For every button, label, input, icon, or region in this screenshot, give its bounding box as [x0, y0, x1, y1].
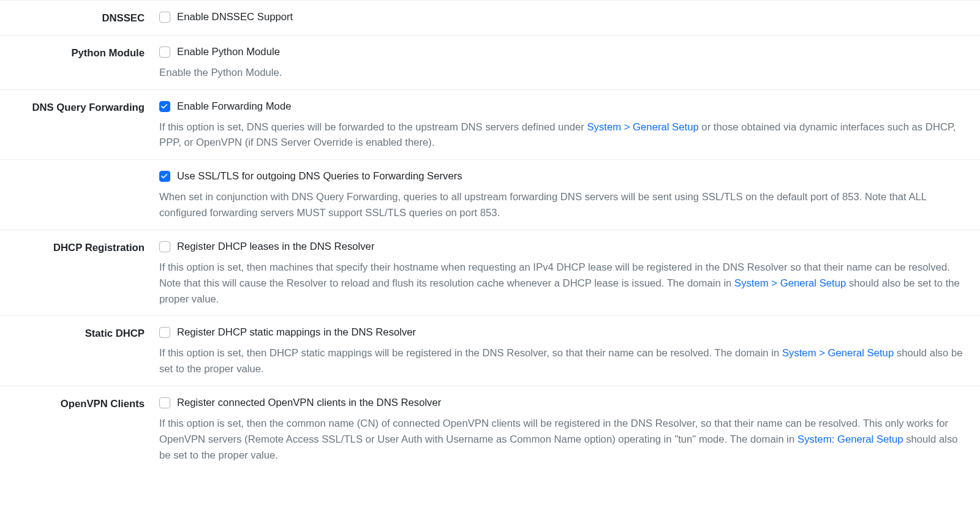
link-system-general-setup[interactable]: System > General Setup [587, 121, 698, 133]
check-icon [160, 102, 168, 110]
checkbox-dhcp-registration[interactable] [159, 241, 170, 252]
label-dhcp-registration: DHCP Registration [0, 239, 159, 307]
help-openvpn-clients: If this option is set, then the common n… [159, 416, 965, 463]
help-python-module: Enable the Python Module. [159, 65, 965, 81]
row-dnssec: DNSSEC Enable DNSSEC Support [0, 0, 980, 35]
checkbox-label-enable-forwarding-mode: Enable Forwarding Mode [177, 99, 291, 114]
label-static-dhcp: Static DHCP [0, 324, 159, 377]
settings-form: DNSSEC Enable DNSSEC Support Python Modu… [0, 0, 980, 472]
checkbox-label-ssl-tls-forwarding: Use SSL/TLS for outgoing DNS Queries to … [177, 168, 462, 184]
help-static-dhcp: If this option is set, then DHCP static … [159, 345, 965, 377]
checkbox-label-dhcp-registration: Register DHCP leases in the DNS Resolver [177, 239, 374, 255]
row-dhcp-registration: DHCP Registration Register DHCP leases i… [0, 230, 980, 316]
checkbox-dnssec[interactable] [159, 12, 170, 23]
link-system-general-setup[interactable]: System > General Setup [734, 277, 846, 289]
checkbox-openvpn-clients[interactable] [159, 397, 170, 408]
label-openvpn-clients: OpenVPN Clients [0, 395, 159, 463]
checkbox-label-static-dhcp: Register DHCP static mappings in the DNS… [177, 324, 416, 340]
help-dhcp-registration: If this option is set, then machines tha… [159, 260, 965, 307]
checkbox-label-dnssec: Enable DNSSEC Support [177, 9, 293, 25]
row-python-module: Python Module Enable Python Module Enabl… [0, 35, 980, 89]
row-dns-query-forwarding: DNS Query Forwarding Enable Forwarding M… [0, 89, 980, 160]
help-dns-query-forwarding: If this option is set, DNS queries will … [159, 119, 965, 151]
help-ssl-tls-forwarding: When set in conjunction with DNS Query F… [159, 189, 965, 221]
label-python-module: Python Module [0, 44, 159, 81]
checkbox-static-dhcp[interactable] [159, 327, 170, 338]
link-system-general-setup[interactable]: System > General Setup [782, 347, 894, 359]
checkbox-label-python-module: Enable Python Module [177, 44, 280, 60]
row-static-dhcp: Static DHCP Register DHCP static mapping… [0, 315, 980, 386]
label-dnssec: DNSSEC [0, 9, 159, 26]
checkbox-label-openvpn-clients: Register connected OpenVPN clients in th… [177, 395, 441, 411]
link-system-general-setup[interactable]: System: General Setup [797, 433, 903, 445]
checkbox-enable-forwarding-mode[interactable] [159, 101, 170, 112]
checkbox-python-module[interactable] [159, 47, 170, 58]
row-ssl-tls-forwarding: Use SSL/TLS for outgoing DNS Queries to … [0, 159, 980, 230]
row-openvpn-clients: OpenVPN Clients Register connected OpenV… [0, 386, 980, 472]
check-icon [160, 172, 168, 180]
checkbox-ssl-tls-forwarding[interactable] [159, 171, 170, 182]
label-dns-query-forwarding: DNS Query Forwarding [0, 99, 159, 151]
